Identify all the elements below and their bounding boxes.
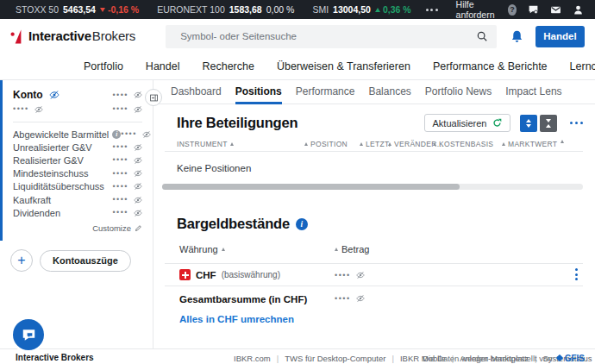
search-icon[interactable] (476, 30, 488, 42)
scrollbar-thumb[interactable] (162, 184, 460, 190)
info-icon[interactable]: i (296, 218, 308, 230)
tab-positions[interactable]: Positions (235, 80, 282, 104)
column-betrag[interactable]: Betrag (335, 244, 369, 254)
row-kebab-menu-icon[interactable] (575, 268, 578, 280)
market-ticker-bar: STOXX 50 5463,54 -0,16 % EURONEXT 100 15… (0, 0, 595, 19)
metric-label: Unrealisierter G&V (13, 142, 92, 153)
account-sidebar: Konto •••• •••• •••• (0, 80, 153, 348)
refresh-icon (492, 118, 502, 128)
panel-collapse-icon (149, 93, 159, 103)
account-title-row: Konto •••• (13, 87, 142, 103)
trade-button[interactable]: Handel (536, 26, 585, 47)
sort-arrow-icon (230, 142, 234, 146)
column-letzt[interactable]: LETZT. (360, 140, 391, 148)
tab-balances[interactable]: Balances (368, 80, 410, 104)
eye-off-icon[interactable] (134, 91, 142, 99)
ticker-more-menu-icon[interactable] (426, 9, 438, 11)
nav-item-transfer[interactable]: Überweisen & Transferieren (277, 60, 410, 72)
primary-nav: Portfolio Handel Recherche Überweisen & … (0, 53, 595, 80)
metric-label: Liquiditätsüberschuss (13, 181, 104, 191)
customize-link[interactable]: Customize (13, 223, 142, 233)
masked-value: •••• (112, 105, 142, 114)
nav-item-portfolio[interactable]: Portfolio (84, 60, 123, 72)
footer-link-tws[interactable]: TWS für Desktop-Computer (285, 354, 385, 363)
masked-value: •••• (13, 105, 43, 114)
account-summary-card: Konto •••• •••• •••• (0, 80, 153, 241)
expand-all-button[interactable] (520, 115, 537, 132)
column-extra-sort[interactable] (561, 140, 564, 143)
column-kostenbasis[interactable]: KOSTENBASIS (433, 140, 493, 148)
app-header: Interactive Brokers Handel (0, 19, 595, 53)
down-arrow-icon (100, 8, 105, 12)
mail-icon[interactable] (550, 4, 561, 16)
notifications-bell-icon[interactable] (510, 29, 524, 44)
eye-off-icon[interactable] (356, 271, 365, 279)
index-name: STOXX 50 (16, 4, 59, 15)
index-change: 0,36 % (375, 4, 411, 15)
nav-item-handel[interactable]: Handel (146, 60, 180, 72)
tab-impact-lens[interactable]: Impact Lens (505, 80, 561, 104)
chevron-down-icon (546, 119, 551, 122)
statements-button[interactable]: Kontoauszüge (40, 250, 131, 272)
metric-label: Kaufkraft (13, 195, 51, 205)
chat-fab-button[interactable] (13, 319, 44, 350)
horizontal-scrollbar[interactable] (162, 184, 583, 190)
collapse-all-button[interactable] (540, 115, 557, 132)
sort-arrow-icon (561, 140, 564, 143)
index-name: EURONEXT 100 (157, 4, 225, 15)
sidebar-actions: + Kontoauszüge (10, 249, 153, 272)
interactive-brokers-logo[interactable]: Interactive Brokers (10, 28, 135, 45)
eye-off-icon[interactable] (134, 169, 142, 178)
gfis-provider-logo[interactable]: GFIS (557, 354, 585, 363)
metric-label: Abgewickelte Barmittel (13, 129, 109, 140)
eye-off-icon[interactable] (142, 130, 151, 139)
eye-off-icon[interactable] (356, 294, 365, 303)
chat-bubbles-icon (21, 327, 37, 343)
eye-off-icon[interactable] (134, 156, 142, 165)
refresh-button[interactable]: Aktualisieren (424, 114, 510, 132)
convert-all-link[interactable]: Alles in CHF umrechnen (179, 314, 294, 324)
ticker-index-euronext100[interactable]: EURONEXT 100 1583,68 0,00 % (157, 4, 294, 15)
eye-off-icon[interactable] (134, 196, 142, 204)
cash-total-row: Gesamtbarsumme (in CHF) •••• (165, 289, 583, 310)
column-marktwert[interactable]: MARKTWERT (502, 140, 557, 148)
topbar-right-cluster: Hilfe anfordern ? (456, 0, 584, 20)
nav-item-recherche[interactable]: Recherche (202, 60, 254, 72)
index-value: 5463,54 (63, 4, 96, 15)
tab-dashboard[interactable]: Dashboard (171, 80, 222, 104)
info-icon[interactable]: i (112, 130, 121, 139)
chevron-down-icon (526, 124, 531, 128)
footer-link-ibkr-com[interactable]: IBKR.com (234, 354, 271, 363)
eye-off-icon[interactable] (134, 105, 142, 114)
collapse-sidebar-button[interactable] (145, 89, 162, 106)
request-help-button[interactable]: Hilfe anfordern ? (456, 0, 517, 20)
metric-label: Realisierter G&V (13, 155, 84, 166)
positions-header: Ihre Beteiligungen Aktualisieren (177, 114, 583, 132)
chat-support-icon[interactable] (528, 4, 539, 16)
eye-off-icon[interactable] (134, 182, 142, 191)
ticker-index-smi[interactable]: SMI 13004,50 0,36 % (312, 4, 410, 15)
index-name: SMI (312, 4, 329, 15)
brand-name-light: Brokers (92, 28, 135, 43)
nav-item-performance[interactable]: Performance & Berichte (433, 60, 548, 72)
user-profile-icon[interactable] (573, 4, 584, 16)
divider: | (391, 354, 393, 363)
eye-off-icon[interactable] (34, 105, 43, 114)
column-position[interactable]: POSITION (304, 140, 348, 148)
eye-off-icon[interactable] (134, 209, 142, 217)
nav-item-lerncenter[interactable]: Lerncenter (570, 60, 595, 72)
masked-value: •••• (121, 130, 151, 139)
eye-off-icon[interactable] (49, 90, 60, 100)
metric-label: Mindesteinschuss (13, 168, 88, 179)
column-waehrung[interactable]: Währung (179, 244, 225, 254)
add-account-button[interactable]: + (10, 249, 33, 272)
account-metric-row: Liquiditätsüberschuss •••• (13, 180, 142, 193)
tab-performance[interactable]: Performance (296, 80, 355, 104)
column-instrument[interactable]: INSTRUMENT (177, 140, 234, 148)
ticker-index-stoxx50[interactable]: STOXX 50 5463,54 -0,16 % (16, 4, 139, 15)
search-input[interactable] (166, 25, 497, 48)
positions-more-menu-icon[interactable] (570, 122, 584, 125)
tab-portfolio-news[interactable]: Portfolio News (425, 80, 492, 104)
eye-off-icon[interactable] (134, 143, 142, 152)
app-footer: Interactive Brokers IBKR.com | TWS für D… (0, 348, 595, 364)
